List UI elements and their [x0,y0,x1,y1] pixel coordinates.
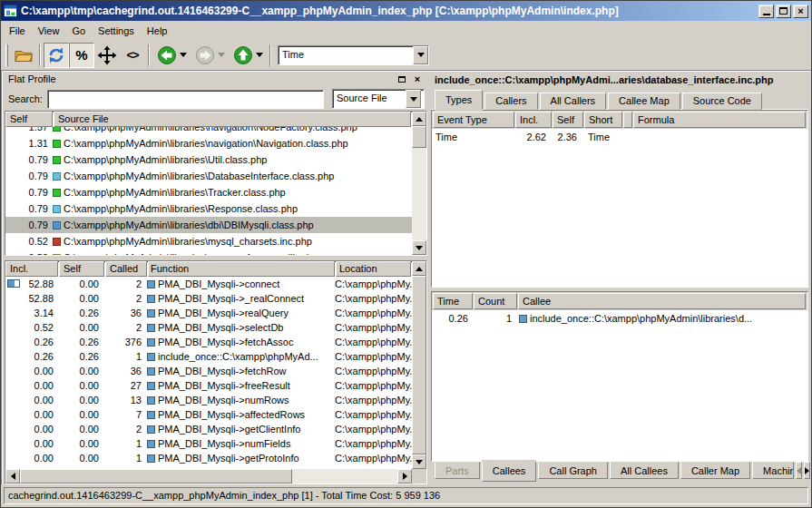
column-header-called[interactable]: Called [105,261,147,277]
tab[interactable]: Source Code [682,93,762,110]
scroll-down-icon[interactable] [412,454,426,469]
table-row[interactable]: 0.00 0.00 7 PMA_DBI_Mysqli->affectedRows… [5,407,412,422]
scrollbar-thumb[interactable] [20,469,292,484]
table-row[interactable]: 0.00 0.00 13 PMA_DBI_Mysqli->numRows C:\… [5,393,412,407]
list-item[interactable]: 0.79 C:\xampp\phpMyAdmin\libraries\dbi\D… [5,217,412,233]
scrollbar-track[interactable] [412,148,426,240]
scrollbar-thumb[interactable] [412,276,426,454]
tab[interactable]: Caller Map [680,462,750,479]
scrollbar-track[interactable] [292,469,397,484]
function-table-hscrollbar[interactable] [5,469,412,484]
back-dropdown-icon[interactable] [180,53,187,57]
scroll-up-icon[interactable] [412,261,426,276]
types-rows[interactable]: Time 2.62 2.36 Time [432,129,807,287]
list-item[interactable]: 0.79 C:\xampp\phpMyAdmin\libraries\Track… [5,184,412,200]
table-row[interactable]: Time 2.62 2.36 Time [432,129,807,145]
forward-dropdown-icon[interactable] [218,53,225,57]
toolbar-grip[interactable] [5,44,8,66]
cycle-detection-button[interactable] [94,43,120,68]
column-header-count[interactable]: Count [474,293,517,309]
forward-button[interactable] [191,43,229,68]
menu-settings[interactable]: Settings [92,24,141,38]
table-row[interactable]: 0.52 0.00 2 PMA_DBI_Mysqli->selectDb C:\… [5,320,412,335]
reload-button[interactable] [44,43,69,68]
callees-rows[interactable]: 0.26 1 include_once::C:\xampp\phpMyAdmin… [432,310,807,461]
group-by-combobox[interactable]: Source File [332,89,425,109]
tab[interactable]: Call Graph [538,462,608,479]
column-header-short[interactable]: Short [584,112,622,128]
group-by-dropdown-button[interactable] [406,90,421,108]
column-header-self[interactable]: Self [5,112,53,127]
tab[interactable]: Callee Map [608,93,680,110]
close-button[interactable]: × [793,5,808,18]
table-row[interactable]: 52.88 0.00 2 PMA_DBI_Mysqli->connect C:\… [5,277,412,291]
table-row[interactable]: 0.00 0.00 2 PMA_DBI_Mysqli->getClientInf… [5,422,412,436]
column-header-callee[interactable]: Callee [518,293,806,309]
bottom-tabs[interactable]: Parts Callees Call Graph All Callees Cal… [431,462,808,484]
minimize-button[interactable] [758,5,774,18]
titlebar[interactable]: C:\xampp\tmp\cachegrind.out.1416463299-C… [1,1,811,21]
event-type-dropdown-button[interactable] [413,46,428,64]
table-row[interactable]: 3.14 0.26 36 PMA_DBI_Mysqli->realQuery C… [5,306,412,320]
scroll-up-icon[interactable] [412,112,426,126]
event-type-combobox[interactable]: Time [278,45,429,65]
tab[interactable]: Machine [752,462,794,479]
table-row[interactable]: 0.00 0.00 27 PMA_DBI_Mysqli->freeResult … [5,378,412,393]
scroll-left-icon[interactable] [5,469,20,484]
function-rows[interactable]: 52.88 0.00 2 PMA_DBI_Mysqli->connect C:\… [5,277,412,469]
column-header-incl[interactable]: Incl. [5,261,58,277]
table-row[interactable]: 0.26 1 include_once::C:\xampp\phpMyAdmin… [432,310,807,327]
table-row[interactable]: 0.26 0.26 1 include_once::C:\xampp\phpMy… [5,349,412,364]
menu-go[interactable]: Go [65,24,92,38]
list-item[interactable]: 0.52 C:\xampp\phpMyAdmin\libraries\user_… [5,249,412,255]
table-row[interactable]: 0.26 0.26 376 PMA_DBI_Mysqli->fetchAssoc… [5,335,412,349]
percent-relative-button[interactable]: % [69,43,94,68]
tab-scroll-left-button[interactable] [796,462,802,479]
tab[interactable]: All Callers [540,93,607,110]
dock-float-button[interactable] [396,73,408,85]
table-row[interactable]: 0.00 0.00 1 PMA_DBI_Mysqli->numFields C:… [5,436,412,451]
table-row[interactable]: 0.00 0.00 36 PMA_DBI_Mysqli->fetchRow C:… [5,364,412,378]
shorten-templates-button[interactable]: <> [120,43,145,68]
detail-tabs[interactable]: Types Callers All Callers Callee Map Sou… [431,89,808,110]
search-input[interactable] [47,90,324,109]
list-item[interactable]: 0.79 C:\xampp\phpMyAdmin\libraries\Datab… [5,168,412,184]
list-item[interactable]: 0.52 C:\xampp\phpMyAdmin\libraries\mysql… [5,233,412,249]
column-header-source-file[interactable]: Source File [54,112,411,127]
table-row[interactable]: 52.88 0.00 2 PMA_DBI_Mysqli->_realConnec… [5,291,412,306]
back-button[interactable] [152,43,191,68]
file-list-scrollbar[interactable] [412,112,426,255]
source-file-rows[interactable]: 1.57 C:\xampp\phpMyAdmin\libraries\navig… [5,127,412,255]
list-item[interactable]: 0.79 C:\xampp\phpMyAdmin\libraries\Respo… [5,200,412,217]
tab[interactable]: Callees [482,462,537,482]
tab[interactable]: All Callees [610,462,679,479]
list-item[interactable]: 1.57 C:\xampp\phpMyAdmin\libraries\navig… [5,127,412,135]
menu-view[interactable]: View [32,24,66,38]
scrollbar-thumb[interactable] [412,126,426,148]
menu-file[interactable]: File [3,24,32,38]
column-header-formula[interactable]: Formula [633,112,806,128]
tab[interactable]: Callers [484,93,537,110]
column-header-location[interactable]: Location [336,261,411,277]
dock-close-button[interactable]: × [411,73,424,85]
list-item[interactable]: 0.79 C:\xampp\phpMyAdmin\libraries\Util.… [5,151,412,168]
maximize-button[interactable] [776,5,791,18]
function-table-vscrollbar[interactable] [412,261,426,484]
column-header-function[interactable]: Function [148,261,335,277]
list-item[interactable]: 1.31 C:\xampp\phpMyAdmin\libraries\navig… [5,135,412,151]
column-header-blank[interactable] [623,112,632,128]
column-header-self[interactable]: Self [553,112,583,128]
tab[interactable]: Types [435,90,483,110]
tab-scroll-right-button[interactable] [804,462,810,479]
scroll-down-icon[interactable] [412,240,426,255]
table-row[interactable]: 0.00 0.00 1 PMA_DBI_Mysqli->getProtoInfo… [5,451,412,465]
column-header-event-type[interactable]: Event Type [433,112,514,128]
dock-titlebar[interactable]: Flat Profile × [5,71,427,87]
up-dropdown-icon[interactable] [256,53,263,57]
open-file-button[interactable] [11,43,36,68]
column-header-time[interactable]: Time [433,293,473,309]
scroll-right-icon[interactable] [397,469,412,484]
tab[interactable]: Parts [435,462,480,479]
menu-help[interactable]: Help [141,24,174,38]
column-header-self[interactable]: Self [59,261,104,277]
